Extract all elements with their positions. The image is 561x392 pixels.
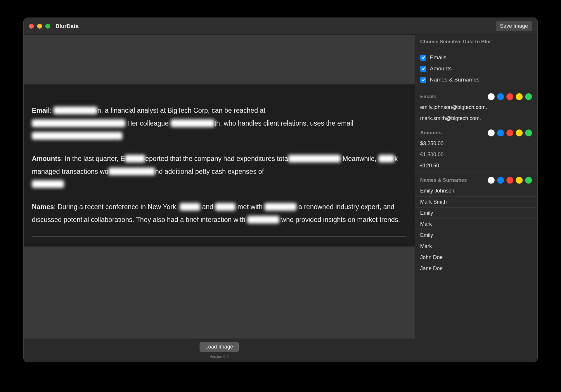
color-swatch-white[interactable] (488, 129, 495, 136)
color-swatch-green[interactable] (525, 129, 532, 136)
checkbox-icon[interactable] (420, 66, 426, 72)
blurred-region (53, 107, 97, 114)
load-image-button[interactable]: Load Image (200, 342, 238, 352)
document-paragraph: Amounts: In the last quarter, Eeported t… (32, 152, 406, 191)
section-title: Emails (420, 94, 488, 100)
traffic-lights (29, 24, 50, 29)
save-image-button[interactable]: Save Image (496, 21, 532, 31)
paragraph-label: Email (32, 107, 50, 114)
color-swatches (488, 93, 532, 100)
color-swatch-yellow[interactable] (516, 93, 523, 100)
checkbox-row[interactable]: Emails (415, 52, 537, 63)
checkbox-label: Emails (430, 54, 446, 61)
blurred-region (171, 119, 214, 127)
section-header: Names & Surnames (415, 171, 537, 185)
blurred-region (125, 155, 145, 162)
color-swatch-red[interactable] (506, 129, 513, 136)
sidebar-header: Choose Sensitive Data to Blur (415, 35, 537, 49)
divider (32, 236, 406, 237)
detected-value[interactable]: mark.smith@bigtech.com. (415, 113, 537, 124)
blurred-region (378, 155, 394, 162)
section-header: Amounts (415, 124, 537, 138)
color-swatches (488, 177, 532, 184)
blurred-region (264, 203, 297, 211)
checkbox-icon[interactable] (420, 77, 426, 83)
detected-value[interactable]: Mark (415, 219, 537, 230)
titlebar: BlurData Save Image (24, 18, 537, 35)
checkbox-label: Names & Surnames (430, 77, 479, 83)
color-swatch-white[interactable] (488, 93, 495, 100)
color-swatch-red[interactable] (506, 177, 513, 184)
bottom-bar: Load Image Version 0.5 (24, 339, 415, 362)
close-icon[interactable] (29, 24, 34, 29)
paragraph-label: Names (32, 203, 54, 211)
color-swatch-green[interactable] (525, 177, 532, 184)
sidebar: Choose Sensitive Data to Blur EmailsAmou… (415, 35, 537, 362)
main-column: Email: n, a financial analyst at BigTech… (24, 35, 415, 362)
document-paragraph: Email: n, a financial analyst at BigTech… (32, 104, 406, 143)
detected-value[interactable]: £120.50. (415, 160, 537, 171)
body-area: Email: n, a financial analyst at BigTech… (24, 35, 537, 362)
color-swatch-yellow[interactable] (516, 129, 523, 136)
checkbox-row[interactable]: Names & Surnames (415, 74, 537, 85)
preview-padding-bottom (24, 247, 415, 339)
color-swatch-green[interactable] (525, 93, 532, 100)
checkbox-label: Amounts (430, 65, 452, 72)
detected-value[interactable]: John Doe (415, 252, 537, 263)
minimize-icon[interactable] (37, 24, 42, 29)
detected-sections: Emailsemily.johnson@bigtech.com.mark.smi… (415, 88, 537, 274)
color-swatch-blue[interactable] (497, 177, 504, 184)
color-swatch-red[interactable] (506, 93, 513, 100)
blurred-region (180, 203, 200, 211)
blurred-region (32, 132, 122, 140)
fullscreen-icon[interactable] (45, 24, 50, 29)
section-title: Amounts (420, 130, 488, 136)
blurred-region (108, 168, 155, 175)
color-swatches (488, 129, 532, 136)
color-swatch-blue[interactable] (497, 129, 504, 136)
document-paragraph: Names: During a recent conference in New… (32, 201, 406, 226)
paragraph-label: Amounts (32, 155, 61, 162)
blurred-region (32, 119, 125, 127)
app-window: BlurData Save Image Email: n, a financia… (23, 18, 538, 362)
blurred-region (247, 216, 279, 223)
color-swatch-blue[interactable] (497, 93, 504, 100)
blurred-region (288, 155, 341, 162)
detected-value[interactable]: Mark Smith (415, 197, 537, 208)
detected-value[interactable]: Emily (415, 230, 537, 241)
section-header: Emails (415, 88, 537, 102)
document-preview: Email: n, a financial analyst at BigTech… (24, 84, 415, 247)
version-label: Version 0.5 (209, 354, 228, 359)
detected-value[interactable]: emily.johnson@bigtech.com. (415, 102, 537, 113)
section-title: Names & Surnames (420, 177, 488, 183)
blurred-region (32, 180, 64, 188)
color-swatch-white[interactable] (488, 177, 495, 184)
detected-value[interactable]: Mark (415, 241, 537, 252)
preview-padding-top (24, 35, 415, 84)
checkbox-group: EmailsAmountsNames & Surnames (415, 49, 537, 88)
blurred-region (215, 203, 236, 211)
checkbox-icon[interactable] (420, 55, 426, 61)
checkbox-row[interactable]: Amounts (415, 63, 537, 74)
color-swatch-yellow[interactable] (516, 177, 523, 184)
detected-value[interactable]: Emily Johnson (415, 185, 537, 197)
detected-value[interactable]: Jane Doe (415, 263, 537, 274)
detected-value[interactable]: Emily (415, 208, 537, 219)
detected-value[interactable]: €1,500.00 (415, 149, 537, 160)
detected-value[interactable]: $3,250.00. (415, 138, 537, 149)
app-title: BlurData (56, 23, 79, 30)
